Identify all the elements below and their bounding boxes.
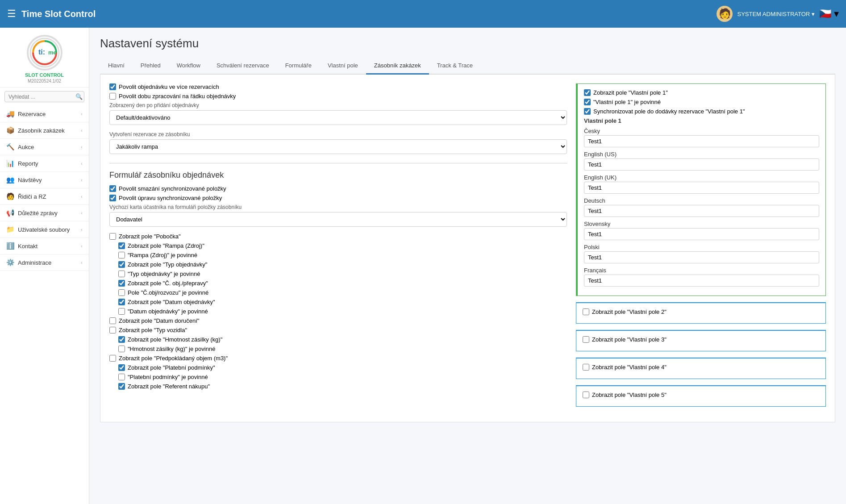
checkbox-cb1[interactable] xyxy=(109,83,116,90)
sidebar-label-zpravy: Důležité zprávy xyxy=(18,210,58,217)
custom-field-1-title: Vlastní pole 1 xyxy=(584,117,819,124)
sidebar-icon-soubory: 📁 xyxy=(6,225,14,233)
tab-vlastni[interactable]: Vlastní pole xyxy=(320,58,366,75)
search-box[interactable]: 🔍 xyxy=(4,91,84,102)
search-input[interactable] xyxy=(8,94,75,100)
checkbox-f16[interactable] xyxy=(118,374,125,380)
hamburger-menu[interactable]: ☰ xyxy=(7,8,16,20)
checkbox-f12[interactable] xyxy=(118,336,125,343)
user-avatar: 🧑 xyxy=(717,6,733,22)
sidebar-label-administrace: Administrace xyxy=(18,259,51,266)
logo-subtitle: SLOT CONTROL xyxy=(5,72,83,78)
checkbox-f17[interactable] xyxy=(118,383,125,390)
lang-input-1[interactable] xyxy=(584,158,819,171)
checkbox-r1[interactable] xyxy=(584,89,591,96)
custom-field-4-label: Zobrazit pole "Vlastní pole 4" xyxy=(592,364,667,371)
sidebar-item-soubory[interactable]: 📁 Uživatelské soubory ‹ xyxy=(0,221,89,238)
lang-input-6[interactable] xyxy=(584,275,819,287)
sidebar-item-rezervace[interactable]: 🚚 Rezervace ‹ xyxy=(0,106,89,122)
checkbox-f10[interactable] xyxy=(109,317,116,324)
checkbox-label-cb1: Povolit objednávku ve více rezervacích xyxy=(119,83,219,90)
custom-field-2-checkbox[interactable] xyxy=(583,308,589,315)
lang-item-5: Polski xyxy=(584,244,819,267)
sidebar-item-left-ridici: 🧑 Řidiči a RZ xyxy=(6,192,46,200)
checkbox-row-f3: "Rampa (Zdroj)" je povinné xyxy=(118,252,567,258)
tab-formulare[interactable]: Formuláře xyxy=(277,58,320,75)
checkbox-f6[interactable] xyxy=(118,280,125,287)
logo-version: M20220524.1/02 xyxy=(5,79,83,83)
sidebar-item-zpravy[interactable]: 📢 Důležité zprávy ‹ xyxy=(0,205,89,221)
checkbox-f8[interactable] xyxy=(118,299,125,305)
checkbox-label-f15: Zobrazit pole "Platební podmínky" xyxy=(128,364,215,371)
section2-title: Formulář zásobníku objednávek xyxy=(109,171,567,180)
svg-text:ti:: ti: xyxy=(38,48,45,56)
custom-field-4-section: Zobrazit pole "Vlastní pole 4" xyxy=(576,358,826,379)
checkbox-f5[interactable] xyxy=(118,271,125,277)
checkbox-label-f16: "Platební podmínky" je povinné xyxy=(128,374,208,380)
lang-label-5: Polski xyxy=(584,244,819,250)
checkbox-row-f10: Zobrazit pole "Datum doručení" xyxy=(109,317,567,324)
lang-input-4[interactable] xyxy=(584,228,819,240)
checkbox-s2cb1[interactable] xyxy=(109,185,116,192)
tab-zasobnik[interactable]: Zásobník zakázek xyxy=(366,58,429,75)
tab-prehled[interactable]: Přehled xyxy=(133,58,169,75)
field1-label: Zobrazený den po přidání objednávky xyxy=(109,102,567,108)
custom-field-3-label: Zobrazit pole "Vlastní pole 3" xyxy=(592,336,667,343)
checkbox-f4[interactable] xyxy=(118,261,125,268)
checkbox-label-f17: Zobrazit pole "Referent nákupu" xyxy=(128,383,210,390)
language-flag[interactable]: 🇨🇿 ▾ xyxy=(819,8,839,20)
sidebar-item-navstevy[interactable]: 👥 Návštěvy ‹ xyxy=(0,172,89,188)
checkbox-cb2[interactable] xyxy=(109,93,116,100)
field1-select[interactable]: Default/deaktivováno xyxy=(109,110,567,125)
checkbox-f15[interactable] xyxy=(118,364,125,371)
sidebar-item-left-soubory: 📁 Uživatelské soubory xyxy=(6,225,70,233)
checkbox-label-f7: Pole "Č.obj/rozvozu" je povinné xyxy=(128,289,208,296)
sidebar-item-zasobnik[interactable]: 📦 Zásobník zakázek ‹ xyxy=(0,122,89,139)
field2-select[interactable]: Jakákoliv rampa xyxy=(109,139,567,154)
tab-workflow[interactable]: Workflow xyxy=(169,58,208,75)
lang-item-4: Slovensky xyxy=(584,221,819,244)
checkbox-f1[interactable] xyxy=(109,233,116,240)
checkbox-row-f2: Zobrazit pole "Rampa (Zdroj)" xyxy=(118,242,567,249)
tab-schvaleni[interactable]: Schválení rezervace xyxy=(208,58,277,75)
checkbox-f14[interactable] xyxy=(109,355,116,362)
custom-field-5-checkbox[interactable] xyxy=(583,392,589,398)
checkbox-f9[interactable] xyxy=(118,308,125,315)
tab-track[interactable]: Track & Trace xyxy=(429,58,481,75)
lang-input-3[interactable] xyxy=(584,205,819,217)
sidebar-item-ridici[interactable]: 🧑 Řidiči a RZ ‹ xyxy=(0,188,89,205)
checkbox-label-f12: Zobrazit pole "Hmotnost zásilky (kg)" xyxy=(128,336,222,343)
admin-name[interactable]: SYSTEM ADMINISTRATOR ▾ xyxy=(737,11,814,17)
tab-hlavni[interactable]: Hlavní xyxy=(100,58,133,75)
lang-input-0[interactable] xyxy=(584,135,819,147)
sidebar-item-kontakt[interactable]: ℹ️ Kontakt ‹ xyxy=(0,238,89,254)
custom-field-4-row: Zobrazit pole "Vlastní pole 4" xyxy=(583,364,819,371)
checkbox-label-f4: Zobrazit pole "Typ objednávky" xyxy=(128,261,207,268)
custom-field-4-checkbox[interactable] xyxy=(583,364,589,371)
checkbox-f2[interactable] xyxy=(118,242,125,249)
sidebar-item-reporty[interactable]: 📊 Reporty ‹ xyxy=(0,155,89,172)
checkbox-row-r3: Synchronizovat pole do dodávky rezervace… xyxy=(584,108,819,115)
sidebar-chevron-zpravy: ‹ xyxy=(81,210,83,216)
custom-field-5-label: Zobrazit pole "Vlastní pole 5" xyxy=(592,392,667,398)
lang-input-5[interactable] xyxy=(584,251,819,263)
checkbox-f11[interactable] xyxy=(109,327,116,333)
checkbox-f13[interactable] xyxy=(118,346,125,352)
sidebar-item-administrace[interactable]: ⚙️ Administrace ‹ xyxy=(0,254,89,271)
left-panel: Povolit objednávku ve více rezervacích P… xyxy=(109,83,567,413)
sidebar-icon-zpravy: 📢 xyxy=(6,209,14,217)
checkbox-r3[interactable] xyxy=(584,108,591,115)
checkbox-f3[interactable] xyxy=(118,252,125,258)
field3-select[interactable]: Dodavatel xyxy=(109,212,567,227)
sidebar-item-left-kontakt: ℹ️ Kontakt xyxy=(6,242,38,250)
lang-label-6: Français xyxy=(584,267,819,274)
checkbox-r2[interactable] xyxy=(584,99,591,105)
sidebar-chevron-soubory: ‹ xyxy=(81,227,83,232)
lang-input-2[interactable] xyxy=(584,182,819,194)
sidebar-item-aukce[interactable]: 🔨 Aukce ‹ xyxy=(0,139,89,155)
checkbox-s2cb2[interactable] xyxy=(109,195,116,201)
checkbox-f7[interactable] xyxy=(118,289,125,296)
custom-field-3-checkbox[interactable] xyxy=(583,336,589,343)
checkbox-row-r2: "Vlastní pole 1" je povinné xyxy=(584,99,819,105)
checkbox-label-f8: Zobrazit pole "Datum objednávky" xyxy=(128,299,215,305)
